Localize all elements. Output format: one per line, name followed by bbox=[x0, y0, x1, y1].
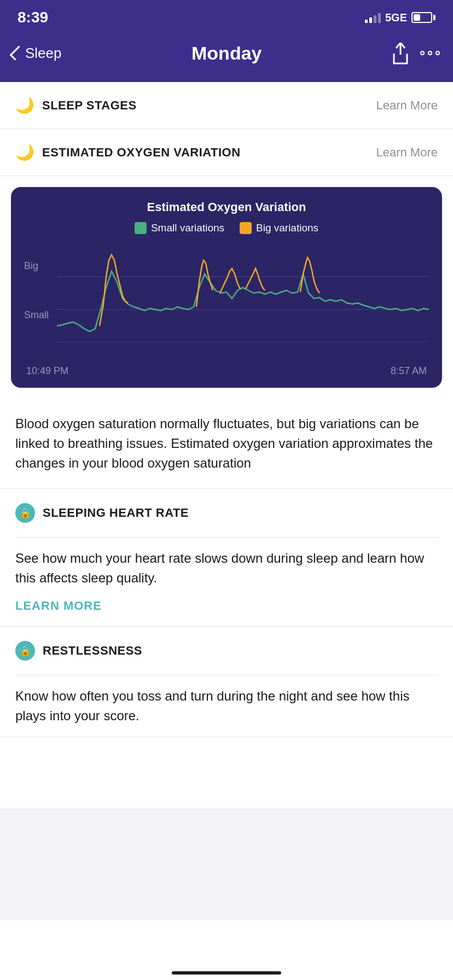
svg-point-17 bbox=[52, 942, 55, 945]
restlessness-desc: Know how often you toss and turn during … bbox=[15, 675, 438, 737]
restlessness-title: RESTLESSNESS bbox=[43, 644, 142, 658]
legend-small-color bbox=[135, 222, 147, 234]
svg-point-12 bbox=[48, 937, 51, 941]
restlessness-row: 🔒 RESTLESSNESS bbox=[15, 627, 438, 675]
lock-symbol-restlessness: 🔒 bbox=[19, 645, 31, 657]
chart-start-time: 10:49 PM bbox=[26, 365, 68, 377]
sleep-stages-learn-more[interactable]: Learn More bbox=[376, 98, 438, 113]
back-button[interactable]: Sleep bbox=[13, 45, 62, 62]
chart-svg bbox=[57, 244, 429, 359]
sleeping-heart-rate-title: SLEEPING HEART RATE bbox=[43, 506, 189, 520]
sleeping-heart-rate-learn-more[interactable]: LEARN MORE bbox=[15, 599, 438, 626]
share-button[interactable] bbox=[392, 43, 409, 63]
oxygen-description-text: Blood oxygen saturation normally fluctua… bbox=[15, 416, 433, 470]
lock-symbol-heart: 🔒 bbox=[19, 507, 31, 519]
header: Sleep Monday bbox=[0, 33, 453, 82]
moon-icon-2: 🌙 bbox=[15, 143, 34, 161]
svg-point-4 bbox=[48, 929, 51, 932]
svg-point-30 bbox=[387, 936, 391, 940]
sleep-stages-left: 🌙 SLEEP STAGES bbox=[15, 96, 137, 114]
header-actions bbox=[392, 43, 440, 63]
svg-point-16 bbox=[48, 942, 51, 945]
chart-title: Estimated Oxygen Variation bbox=[24, 200, 429, 214]
svg-point-34 bbox=[400, 931, 404, 934]
svg-point-31 bbox=[403, 936, 406, 940]
svg-point-10 bbox=[56, 933, 60, 936]
svg-point-9 bbox=[52, 933, 55, 936]
legend-big: Big variations bbox=[240, 222, 318, 234]
sleeping-heart-rate-desc: See how much your heart rate slows down … bbox=[15, 538, 438, 599]
back-label: Sleep bbox=[25, 45, 62, 62]
oxygen-variation-title: ESTIMATED OXYGEN VARIATION bbox=[42, 145, 241, 160]
nav-premium-label: Premium bbox=[376, 952, 416, 964]
content-area: 🌙 SLEEP STAGES Learn More 🌙 ESTIMATED OX… bbox=[0, 82, 453, 808]
chart-label-big: Big bbox=[24, 260, 38, 272]
today-icon bbox=[46, 927, 68, 949]
status-bar: 8:39 5GE bbox=[0, 0, 453, 33]
nav-community[interactable]: Community bbox=[226, 927, 340, 978]
bottom-nav: Today Discover Community bbox=[0, 920, 453, 980]
svg-point-33 bbox=[390, 931, 393, 934]
discover-icon bbox=[159, 927, 181, 949]
svg-point-18 bbox=[56, 942, 60, 945]
nav-community-label: Community bbox=[258, 952, 308, 964]
status-time: 8:39 bbox=[18, 9, 48, 26]
status-icons: 5GE bbox=[365, 11, 435, 24]
svg-point-7 bbox=[61, 929, 64, 932]
nav-discover-label: Discover bbox=[150, 952, 189, 964]
chart-label-small: Small bbox=[24, 310, 49, 321]
nav-premium[interactable]: Premium bbox=[340, 927, 453, 978]
oxygen-variation-row: 🌙 ESTIMATED OXYGEN VARIATION Learn More bbox=[0, 129, 453, 176]
sleep-stages-title: SLEEP STAGES bbox=[42, 98, 137, 113]
oxygen-description: Blood oxygen saturation normally fluctua… bbox=[0, 399, 453, 489]
community-icon bbox=[272, 927, 294, 949]
moon-icon: 🌙 bbox=[15, 96, 34, 114]
svg-point-15 bbox=[61, 937, 64, 941]
svg-point-8 bbox=[48, 933, 51, 936]
svg-point-32 bbox=[395, 944, 398, 947]
svg-point-6 bbox=[56, 929, 60, 932]
premium-icon bbox=[386, 927, 408, 949]
legend-small: Small variations bbox=[135, 222, 224, 234]
sleeping-heart-rate-row: 🔒 SLEEPING HEART RATE bbox=[15, 489, 438, 538]
back-chevron-icon bbox=[10, 46, 25, 61]
chart-times: 10:49 PM 8:57 AM bbox=[24, 365, 429, 377]
svg-point-36 bbox=[400, 942, 404, 945]
oxygen-chart: Estimated Oxygen Variation Small variati… bbox=[11, 187, 442, 388]
svg-point-29 bbox=[395, 929, 398, 932]
svg-point-13 bbox=[52, 937, 55, 941]
svg-point-37 bbox=[395, 936, 398, 940]
signal-bars-icon bbox=[365, 12, 381, 23]
nav-today-label: Today bbox=[43, 952, 69, 964]
svg-point-11 bbox=[61, 933, 64, 936]
oxygen-left: 🌙 ESTIMATED OXYGEN VARIATION bbox=[15, 143, 241, 161]
legend-big-color bbox=[240, 222, 252, 234]
page-title: Monday bbox=[191, 43, 262, 64]
svg-point-28 bbox=[278, 941, 289, 948]
more-options-button[interactable] bbox=[420, 51, 440, 55]
chart-legend: Small variations Big variations bbox=[24, 222, 429, 234]
nav-today[interactable]: Today bbox=[0, 927, 113, 978]
svg-point-22 bbox=[169, 937, 171, 939]
lock-icon-restlessness: 🔒 bbox=[15, 641, 35, 661]
sleeping-heart-rate-section: 🔒 SLEEPING HEART RATE See how much your … bbox=[0, 489, 453, 627]
chart-end-time: 8:57 AM bbox=[391, 365, 427, 377]
legend-small-label: Small variations bbox=[151, 222, 224, 234]
svg-point-25 bbox=[279, 930, 287, 938]
sleep-stages-row: 🌙 SLEEP STAGES Learn More bbox=[0, 82, 453, 129]
oxygen-variation-learn-more[interactable]: Learn More bbox=[376, 145, 438, 160]
restlessness-section: 🔒 RESTLESSNESS Know how often you toss a… bbox=[0, 627, 453, 737]
svg-point-5 bbox=[52, 929, 55, 932]
network-label: 5GE bbox=[385, 11, 407, 24]
svg-point-19 bbox=[61, 942, 64, 945]
battery-icon bbox=[411, 12, 435, 23]
lock-icon-heart: 🔒 bbox=[15, 503, 35, 523]
legend-big-label: Big variations bbox=[256, 222, 318, 234]
nav-discover[interactable]: Discover bbox=[113, 927, 226, 978]
svg-point-35 bbox=[390, 942, 393, 945]
svg-point-14 bbox=[56, 937, 60, 941]
